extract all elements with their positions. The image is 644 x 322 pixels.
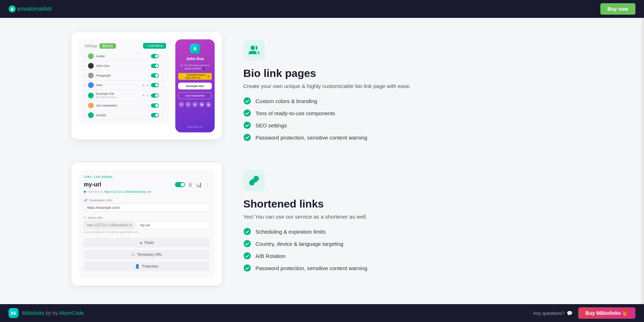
bio-link-icon-wrap [243, 39, 265, 61]
example-link-badge: A · 1 [142, 94, 148, 97]
destination-url-group: 🔗 Destination URL https://example.com/ [84, 199, 210, 212]
short-url-group: ✂ Short URL http://127.0.0.1/66biolinks/… [84, 216, 210, 234]
footer-brand-area: 66 66biolinks by by AltumCode [9, 308, 84, 318]
scissors-icon: ✂ [84, 216, 87, 220]
facebook-icon: f [179, 102, 184, 107]
short-url-prefix: http://127.0.0.1/66biolinks/ & [84, 221, 135, 229]
settings-tab[interactable]: Settings [82, 43, 99, 49]
drag-handle: ≡ [84, 93, 86, 97]
link-url-row: Your link is http://127.0.0.1/66biolinks… [84, 190, 210, 194]
pixels-expand-btn[interactable]: ◈ Pixels [84, 238, 210, 248]
alert-row: ≡ Alert A · 1 ⋮ [82, 80, 166, 90]
instagram-icon: ig [206, 102, 211, 107]
shortened-links-title: Shortened links [243, 198, 572, 210]
feature-text: Custom colors & branding [255, 98, 317, 104]
paragraph-toggle[interactable] [151, 73, 159, 78]
footer-bar: 66 66biolinks by by AltumCode Any questi… [0, 304, 644, 322]
socials-dots[interactable]: ⋮ [161, 113, 165, 117]
destination-label-text: Destination URL [89, 199, 113, 202]
delete-icon[interactable]: 🗑 [188, 182, 193, 187]
phone-footer: John Doe LLC [187, 126, 203, 128]
your-link-label: Your link is [87, 190, 103, 194]
close-icon: ✕ [208, 75, 210, 78]
short-url-input-row: http://127.0.0.1/66biolinks/ & my-url [84, 221, 210, 229]
bio-link-features: Custom colors & branding Tons of ready-t… [243, 97, 572, 141]
paragraph-icon [88, 73, 94, 78]
alert-toggle[interactable] [151, 83, 159, 87]
alert-label: Alert [96, 83, 140, 87]
logo: envatomarket [9, 5, 52, 13]
bio-link-info: Bio link pages Create your own unique & … [243, 32, 572, 141]
drag-handle: ≡ [84, 54, 86, 58]
feature-text: Password protection, sensitive content w… [255, 265, 367, 271]
buy-now-button[interactable]: Buy now [600, 3, 635, 15]
johndoe-dots[interactable]: ⋮ [161, 64, 165, 68]
example-link-icon [88, 93, 94, 98]
phone-alert: 🌟 SUMMER SALE 60% OFF! Te... ✕ [178, 73, 212, 80]
avatar-dots[interactable]: ⋮ [161, 54, 165, 58]
temporary-url-expand-btn[interactable]: ⚠ Temporary URL [84, 250, 210, 259]
svg-point-1 [251, 46, 254, 50]
add-block-button[interactable]: + Add Block [143, 43, 166, 49]
short-url-input[interactable]: my-url [137, 221, 210, 229]
check-icon [243, 252, 251, 260]
blocks-tab[interactable]: Blocks [99, 43, 116, 49]
feature-text: Country, device & language targeting [255, 241, 343, 247]
svg-point-3 [244, 109, 251, 117]
destination-url-input[interactable]: https://example.com/ [84, 204, 210, 212]
shortened-links-section: Links › Link Settings my-url 🗑 📊 ⋮ [72, 163, 572, 286]
alert-dots[interactable]: ⋮ [161, 83, 165, 87]
svg-point-9 [244, 264, 251, 272]
example-link-label: Example link [96, 92, 140, 96]
check-icon [243, 121, 251, 129]
link-url-text: http://127.0.0.1/66biolinks/my-url [104, 190, 151, 194]
example-link-dots[interactable]: ⋮ [161, 93, 165, 97]
footer-logo-icon: 66 [9, 308, 19, 318]
johndoe-toggle[interactable] [151, 64, 159, 68]
avatar-toggle[interactable] [151, 54, 159, 58]
link-title-row: my-url 🗑 📊 ⋮ [84, 181, 210, 188]
destination-url-label: 🔗 Destination URL [84, 199, 210, 202]
check-icon [243, 133, 251, 141]
breadcrumb: Links › Link Settings [84, 175, 210, 179]
buy-66biolinks-button[interactable]: Buy 66biolinks 🎁 [578, 307, 635, 319]
phone-btn2: Join Newsletter [178, 92, 212, 99]
protection-expand-btn[interactable]: 👤 Protection [84, 262, 210, 271]
socials-toggle[interactable] [151, 113, 159, 117]
newsletter-label: Join newsletter [96, 104, 149, 107]
johndoe-icon [88, 63, 94, 69]
alert-icon [88, 82, 94, 88]
svg-point-2 [244, 97, 251, 104]
logo-text-main: envato [17, 6, 34, 12]
link-title: my-url [84, 181, 101, 188]
newsletter-dots[interactable]: ⋮ [161, 104, 165, 108]
scrollbar[interactable] [641, 18, 644, 304]
bio-link-title: Bio link pages [243, 67, 572, 79]
phone-logo: A [190, 44, 200, 54]
shortened-links-info: Shortened links Yes! You can use our ser… [243, 163, 572, 272]
footer-question: Any questions? 💬 [533, 311, 572, 316]
paragraph-dots[interactable]: ⋮ [161, 74, 165, 78]
youtube-icon: ▶ [199, 102, 204, 107]
more-icon[interactable]: ⋮ [205, 182, 210, 187]
link-toggle[interactable] [175, 182, 185, 187]
feature-text: SEO settings [255, 122, 287, 128]
phone-mockup: A John Doe Hi, I'm John Doe and I'm a di… [175, 39, 215, 132]
drag-handle: ≡ [84, 64, 86, 68]
pixels-label: Pixels [145, 241, 154, 245]
footer-question-text: Any questions? [533, 311, 565, 316]
paragraph-label: Paragraph [96, 74, 149, 77]
socials-label: Socials [96, 113, 149, 117]
alert-badge: A · 1 [142, 84, 148, 87]
short-url-label-text: Short URL [88, 216, 103, 220]
newsletter-toggle[interactable] [151, 103, 159, 108]
bio-link-section: Settings Blocks + Add Block ≡ Avatar ⋮ [72, 32, 572, 141]
phone-alert-text: 🌟 SUMMER SALE 60% OFF! Te... [180, 74, 208, 79]
feature-item: Scheduling & expiration limits [243, 228, 572, 235]
bio-mockup: Settings Blocks + Add Block ≡ Avatar ⋮ [79, 39, 215, 132]
stats-icon[interactable]: 📊 [196, 182, 202, 187]
users-icon [249, 45, 259, 55]
check-icon [243, 228, 251, 235]
example-link-toggle[interactable] [151, 93, 159, 98]
newsletter-icon [88, 103, 94, 108]
